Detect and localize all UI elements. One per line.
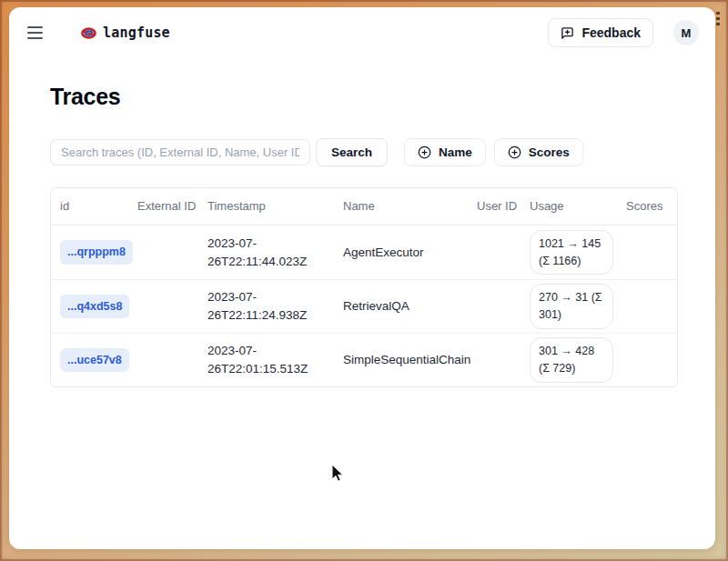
frame-dots xyxy=(716,12,720,25)
table-row[interactable]: ...uce57v8 2023-07-26T22:01:15.513Z Simp… xyxy=(51,333,677,386)
table-row[interactable]: ...q4xd5s8 2023-07-26T22:11:24.938Z Retr… xyxy=(51,279,677,333)
avatar-initial: M xyxy=(682,26,692,40)
brand-name: langfuse xyxy=(103,25,170,41)
search-button[interactable]: Search xyxy=(316,138,388,166)
hamburger-menu-icon[interactable] xyxy=(27,26,43,39)
filter-scores-button[interactable]: Scores xyxy=(494,138,583,166)
timestamp-cell: 2023-07-26T22:11:44.023Z xyxy=(207,235,343,270)
col-header-external-id: External ID xyxy=(137,199,207,214)
table-header-row: id External ID Timestamp Name User ID Us… xyxy=(51,188,677,225)
search-input[interactable] xyxy=(50,139,310,165)
name-cell: SimpleSequentialChain xyxy=(343,351,477,369)
plus-circle-icon xyxy=(508,145,521,159)
main-content: Traces Search Name xyxy=(9,84,715,387)
name-cell: AgentExecutor xyxy=(343,244,477,262)
col-header-usage: Usage xyxy=(530,199,626,214)
filter-scores-label: Scores xyxy=(529,145,570,159)
col-header-id: id xyxy=(51,199,137,214)
usage-badge: 270 → 31 (Σ 301) xyxy=(530,284,613,329)
filter-name-button[interactable]: Name xyxy=(404,138,486,166)
col-header-timestamp: Timestamp xyxy=(207,199,343,214)
usage-badge: 1021 → 145 (Σ 1166) xyxy=(530,230,613,275)
app-window: langfuse Feedback M Tra xyxy=(9,7,715,549)
avatar[interactable]: M xyxy=(673,20,699,45)
topbar: langfuse Feedback M xyxy=(9,7,715,58)
col-header-scores: Scores xyxy=(626,199,679,214)
message-square-plus-icon xyxy=(561,26,574,40)
trace-id-link[interactable]: ...uce57v8 xyxy=(60,348,129,372)
plus-circle-icon xyxy=(418,145,431,159)
page-title: Traces xyxy=(50,84,688,110)
feedback-label: Feedback xyxy=(581,25,641,40)
desktop-backdrop: langfuse Feedback M Tra xyxy=(0,0,728,561)
usage-badge: 301 → 428 (Σ 729) xyxy=(530,337,613,383)
table-row[interactable]: ...qrpppm8 2023-07-26T22:11:44.023Z Agen… xyxy=(51,225,677,279)
topbar-right: Feedback M xyxy=(548,18,703,47)
timestamp-cell: 2023-07-26T22:11:24.938Z xyxy=(207,288,343,324)
brand[interactable]: langfuse xyxy=(81,25,170,41)
col-header-name: Name xyxy=(343,199,477,214)
col-header-user-id: User ID xyxy=(477,199,530,214)
name-cell: RetrievalQA xyxy=(343,297,477,316)
toolbar: Search Name Scores xyxy=(50,138,688,166)
filter-name-label: Name xyxy=(439,145,472,159)
timestamp-cell: 2023-07-26T22:01:15.513Z xyxy=(207,342,343,377)
feedback-button[interactable]: Feedback xyxy=(548,18,653,47)
trace-id-link[interactable]: ...qrpppm8 xyxy=(60,240,133,264)
trace-id-link[interactable]: ...q4xd5s8 xyxy=(60,295,129,318)
langfuse-knot-logo-icon xyxy=(81,25,96,41)
traces-table: id External ID Timestamp Name User ID Us… xyxy=(50,187,678,387)
